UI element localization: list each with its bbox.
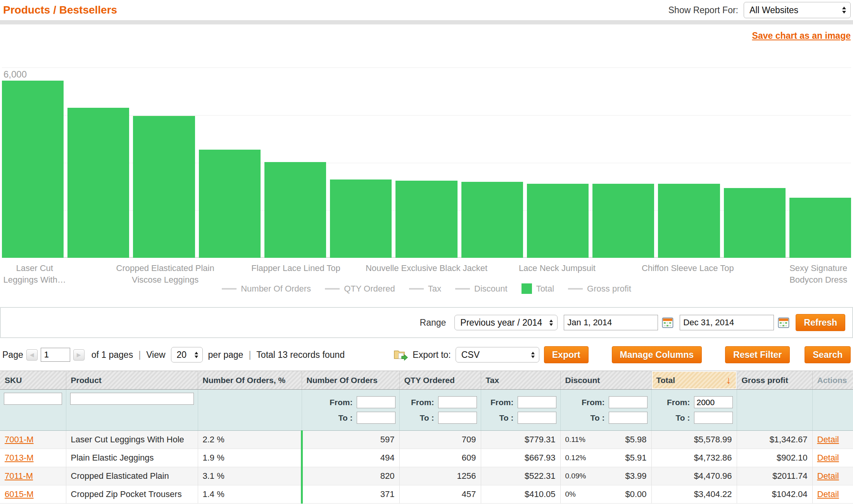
column-header-tax[interactable]: Tax [481,371,560,390]
orders-cell: 597 [302,431,399,449]
table-row: 7011-MCropped Elasticated Plain3.1 %8201… [0,467,853,485]
discount-amount: $3.99 [625,471,646,481]
from-calendar-button[interactable] [662,317,673,328]
records-found-text: Total 13 records found [256,350,345,360]
range-from-input[interactable] [564,315,658,330]
qty-to-input[interactable] [438,412,477,424]
of-pages-label: of 1 pages [92,350,133,360]
discount-from-input[interactable] [609,396,648,408]
table-row: 6015-MCropped Zip Pocket Trousers1.4 %37… [0,485,853,504]
discount-pct: 0% [565,490,576,499]
sku-link[interactable]: 7001-M [5,435,34,444]
refresh-button[interactable]: Refresh [796,314,845,331]
orders-cell: 371 [302,485,399,504]
from-label: From: [411,398,434,407]
legend-label: Gross profit [587,284,631,294]
to-label: To : [676,413,690,423]
bestsellers-grid: SKU Product Number Of Orders, % Number O… [0,371,853,504]
x-axis-tick-label: Laser Cut Leggings With… [0,262,98,285]
legend-swatch-square [521,283,532,294]
x-axis-tick-label: Flapper Lace Lined Top [232,262,360,274]
legend-item[interactable]: Gross profit [568,284,631,294]
per-page-select[interactable]: 20 [171,347,203,362]
prev-page-button[interactable]: ◀ [26,349,38,361]
discount-pct: 0.12% [565,454,586,462]
column-header-total[interactable]: Total ↓ [651,371,737,390]
product-filter-input[interactable] [70,393,194,405]
toolbar-separator: | [249,350,251,360]
search-button[interactable]: Search [805,346,851,363]
sku-link[interactable]: 6015-M [5,489,34,499]
website-selector[interactable]: All Websites [744,2,851,18]
detail-link[interactable]: Detail [817,453,839,463]
to-calendar-button[interactable] [778,317,789,328]
orders-pct-cell: 1.9 % [198,449,302,467]
toolbar-right-group: Export to: CSV Export Manage Columns Res… [393,346,851,363]
filter-cell-actions [812,390,853,431]
chart-bar [724,188,786,258]
legend-item[interactable]: Tax [409,284,441,294]
total-from-input[interactable] [694,396,733,408]
actions-cell: Detail [812,431,853,449]
column-header-sku[interactable]: SKU [0,371,66,390]
chart-bar [592,184,654,258]
total-to-input[interactable] [694,412,733,424]
gross-profit-cell: $1,342.67 [737,431,812,449]
from-label: From: [490,398,514,407]
sku-link[interactable]: 7011-M [5,471,33,481]
legend-label: QTY Ordered [344,284,395,294]
next-page-button[interactable]: ▶ [73,349,85,361]
column-header-orders-pct[interactable]: Number Of Orders, % [198,371,302,390]
legend-item[interactable]: Number Of Orders [222,284,311,294]
x-axis-tick-label: Sexy Signature Bodycon Dress [755,262,853,285]
reset-filter-button[interactable]: Reset Filter [725,346,790,363]
x-axis-tick-label: Chiffon Sleeve Lace Top [624,262,752,274]
sku-cell: 7011-M [0,467,66,485]
page-header: Products / Bestsellers Show Report For: … [0,0,853,20]
range-to-input[interactable] [680,315,774,330]
discount-amount: $5.98 [625,435,646,445]
show-report-for-group: Show Report For: All Websites [668,2,851,18]
legend-swatch-line [455,288,470,290]
filter-cell-orders: From: To : [302,390,399,431]
page-label: Page [2,350,23,360]
range-preset-value: Previous year / 2014 [460,318,542,328]
column-header-qty[interactable]: QTY Ordered [399,371,481,390]
legend-item[interactable]: QTY Ordered [325,284,395,294]
export-format-select[interactable]: CSV [456,347,539,362]
column-header-gross-profit[interactable]: Gross profit [737,371,812,390]
discount-to-input[interactable] [609,412,648,424]
sku-link[interactable]: 7013-M [5,453,34,463]
manage-columns-button[interactable]: Manage Columns [612,346,702,363]
detail-link[interactable]: Detail [817,489,839,499]
orders-cell: 820 [302,467,399,485]
orders-from-input[interactable] [357,396,395,408]
column-header-product[interactable]: Product [66,371,198,390]
discount-pct: 0.09% [565,472,586,480]
bestsellers-report-page: Products / Bestsellers Show Report For: … [0,0,853,504]
tax-from-input[interactable] [518,396,556,408]
range-preset-select[interactable]: Previous year / 2014 [454,315,558,330]
tax-cell: $779.31 [481,431,560,449]
tax-to-input[interactable] [518,412,556,424]
orders-to-input[interactable] [357,412,395,424]
filter-cell-discount: From: To : [560,390,651,431]
qty-from-input[interactable] [438,396,477,408]
sku-filter-input[interactable] [4,393,62,405]
select-stepper-icon [842,6,846,14]
save-chart-link[interactable]: Save chart as an image [752,31,851,41]
legend-item[interactable]: Total [521,283,554,294]
detail-link[interactable]: Detail [817,471,839,481]
detail-link[interactable]: Detail [817,435,839,444]
actions-cell: Detail [812,467,853,485]
filter-cell-gross-profit [737,390,812,431]
column-header-orders[interactable]: Number Of Orders [302,371,399,390]
discount-amount: $0.00 [625,489,646,499]
page-number-input[interactable] [41,348,70,362]
next-page-icon: ▶ [77,352,81,358]
legend-item[interactable]: Discount [455,284,508,294]
column-header-discount[interactable]: Discount [560,371,651,390]
to-label: To : [499,413,514,423]
filter-cell-orders-pct [198,390,302,431]
export-button[interactable]: Export [544,346,589,363]
